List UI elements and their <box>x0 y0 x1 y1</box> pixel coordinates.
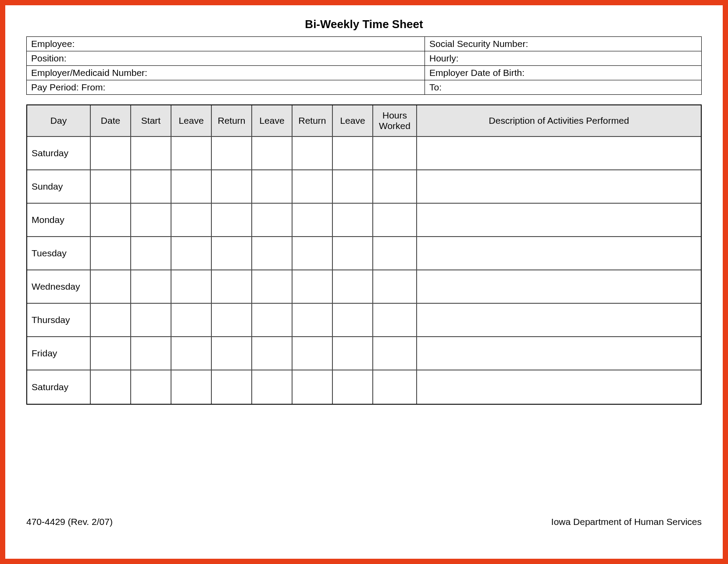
cell-return <box>212 204 252 237</box>
cell-leave <box>333 304 373 337</box>
cell-leave <box>171 337 212 370</box>
cell-return <box>293 237 333 270</box>
info-row: Position: Hourly: <box>27 51 702 66</box>
form-number: 470-4429 (Rev. 2/07) <box>26 517 113 527</box>
table-row: Saturday <box>27 370 701 404</box>
header-date: Date <box>91 105 131 137</box>
cell-return <box>212 170 252 204</box>
cell-leave <box>171 170 212 204</box>
cell-day: Saturday <box>27 370 91 404</box>
header-day: Day <box>27 105 91 137</box>
header-row: Day Date Start Leave Return Leave Return… <box>27 105 701 137</box>
cell-day: Wednesday <box>27 270 91 304</box>
table-row: Sunday <box>27 170 701 204</box>
pay-period-from-field: Pay Period: From: <box>27 80 425 95</box>
table-row: Tuesday <box>27 237 701 270</box>
employer-medicaid-field: Employer/Medicaid Number: <box>27 66 425 80</box>
cell-day: Friday <box>27 337 91 370</box>
cell-leave <box>252 137 293 170</box>
page-title: Bi-Weekly Time Sheet <box>26 18 702 31</box>
employee-field: Employee: <box>27 37 425 51</box>
cell-start <box>131 370 171 404</box>
cell-start <box>131 237 171 270</box>
cell-day: Monday <box>27 204 91 237</box>
cell-hours <box>373 170 417 204</box>
position-field: Position: <box>27 51 425 66</box>
header-hours-worked: Hours Worked <box>373 105 417 137</box>
cell-return <box>212 237 252 270</box>
cell-start <box>131 204 171 237</box>
header-leave3: Leave <box>333 105 373 137</box>
time-table: Day Date Start Leave Return Leave Return… <box>26 104 702 405</box>
cell-hours <box>373 270 417 304</box>
cell-leave <box>252 170 293 204</box>
cell-start <box>131 170 171 204</box>
cell-description <box>417 304 701 337</box>
cell-leave <box>333 270 373 304</box>
department-name: Iowa Department of Human Services <box>551 517 702 527</box>
cell-start <box>131 337 171 370</box>
cell-leave <box>333 370 373 404</box>
cell-leave <box>171 137 212 170</box>
cell-leave <box>333 137 373 170</box>
cell-hours <box>373 370 417 404</box>
cell-return <box>293 370 333 404</box>
info-table: Employee: Social Security Number: Positi… <box>26 36 702 95</box>
cell-return <box>293 170 333 204</box>
table-row: Monday <box>27 204 701 237</box>
cell-leave <box>333 337 373 370</box>
cell-description <box>417 170 701 204</box>
cell-date <box>91 237 131 270</box>
cell-return <box>212 270 252 304</box>
cell-hours <box>373 137 417 170</box>
table-row: Saturday <box>27 137 701 170</box>
page-content: Bi-Weekly Time Sheet Employee: Social Se… <box>5 5 723 405</box>
cell-return <box>293 137 333 170</box>
cell-return <box>212 370 252 404</box>
table-row: Friday <box>27 337 701 370</box>
cell-hours <box>373 337 417 370</box>
cell-return <box>293 304 333 337</box>
cell-leave <box>171 304 212 337</box>
ssn-field: Social Security Number: <box>425 37 702 51</box>
cell-date <box>91 337 131 370</box>
employer-dob-field: Employer Date of Birth: <box>425 66 702 80</box>
header-leave2: Leave <box>252 105 293 137</box>
cell-date <box>91 204 131 237</box>
header-return2: Return <box>293 105 333 137</box>
cell-leave <box>171 270 212 304</box>
table-row: Thursday <box>27 304 701 337</box>
cell-description <box>417 370 701 404</box>
cell-description <box>417 204 701 237</box>
cell-start <box>131 270 171 304</box>
info-row: Pay Period: From: To: <box>27 80 702 95</box>
cell-date <box>91 370 131 404</box>
cell-date <box>91 304 131 337</box>
info-row: Employee: Social Security Number: <box>27 37 702 51</box>
header-leave1: Leave <box>171 105 212 137</box>
cell-date <box>91 137 131 170</box>
cell-start <box>131 137 171 170</box>
cell-leave <box>252 270 293 304</box>
cell-leave <box>333 170 373 204</box>
cell-date <box>91 270 131 304</box>
cell-leave <box>252 204 293 237</box>
cell-day: Thursday <box>27 304 91 337</box>
cell-hours <box>373 237 417 270</box>
cell-description <box>417 337 701 370</box>
cell-day: Sunday <box>27 170 91 204</box>
cell-day: Tuesday <box>27 237 91 270</box>
cell-return <box>212 337 252 370</box>
header-description: Description of Activities Performed <box>417 105 701 137</box>
document-frame: Bi-Weekly Time Sheet Employee: Social Se… <box>0 0 728 564</box>
cell-description <box>417 137 701 170</box>
cell-return <box>293 270 333 304</box>
cell-return <box>212 304 252 337</box>
cell-description <box>417 270 701 304</box>
table-row: Wednesday <box>27 270 701 304</box>
cell-leave <box>252 370 293 404</box>
cell-leave <box>171 237 212 270</box>
cell-date <box>91 170 131 204</box>
cell-leave <box>252 304 293 337</box>
cell-return <box>212 137 252 170</box>
